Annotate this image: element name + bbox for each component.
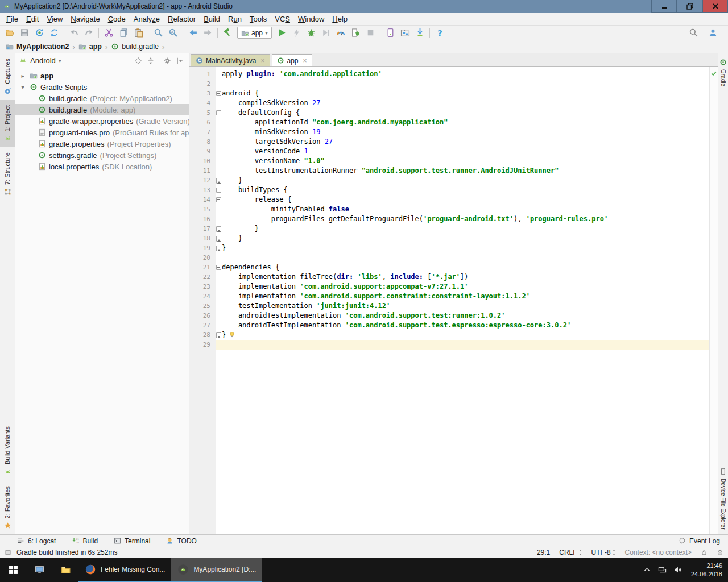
chevron-down-icon[interactable]: ▾ (19, 84, 27, 90)
editor-tab-mainactivity-java[interactable]: CMainActivity.java× (191, 54, 270, 66)
debug-button[interactable] (304, 26, 318, 40)
tree-item-local-properties-sdk-location[interactable]: local.properties(SDK Location) (15, 161, 189, 172)
code-line-25[interactable]: 25 testImplementation 'junit:junit:4.12' (189, 301, 718, 311)
highlighting-level-icon[interactable] (717, 549, 723, 556)
user-button[interactable] (705, 26, 720, 40)
find-in-path-button[interactable]: A (166, 26, 180, 40)
redo-button[interactable] (81, 26, 96, 40)
tree-item-app[interactable]: ▸app (15, 70, 189, 81)
code-line-28[interactable]: 28} (189, 330, 718, 340)
code-line-1[interactable]: 1apply plugin: 'com.android.application' (189, 69, 718, 79)
tray-up-icon[interactable] (639, 566, 655, 574)
stop-button[interactable] (363, 26, 378, 40)
forward-button[interactable] (200, 26, 215, 40)
code-line-22[interactable]: 22 implementation fileTree(dir: 'libs', … (189, 272, 718, 282)
start-button[interactable] (0, 558, 26, 582)
code-editor[interactable]: 1apply plugin: 'com.android.application'… (189, 67, 718, 534)
menu-help[interactable]: Help (328, 14, 351, 24)
inspection-ok-icon[interactable] (710, 70, 717, 77)
refresh-button[interactable] (47, 26, 61, 40)
coverage-button[interactable] (318, 26, 333, 40)
fold-marker-icon[interactable] (216, 176, 222, 185)
attach-debugger-button[interactable] (348, 26, 363, 40)
fold-marker-icon[interactable] (216, 185, 222, 195)
fold-marker-icon[interactable] (216, 330, 222, 340)
code-line-19[interactable]: 19} (189, 243, 718, 253)
code-line-4[interactable]: 4 compileSdkVersion 27 (189, 98, 718, 108)
toolwindow-button-event-log[interactable]: Event Log (679, 537, 720, 545)
toolwindow-button-terminal[interactable]: Terminal (114, 537, 150, 545)
hide-panel-button[interactable] (174, 55, 185, 66)
code-line-23[interactable]: 23 implementation 'com.android.support:a… (189, 282, 718, 292)
toolwindow-button-6-logcat[interactable]: 6: Logcat (17, 537, 56, 545)
tree-item-gradle-properties-project-properties[interactable]: gradle.properties(Project Properties) (15, 138, 189, 149)
sync-gradle-button[interactable] (32, 26, 47, 40)
caret-position[interactable]: 29:1 (537, 548, 550, 556)
menu-window[interactable]: Window (294, 14, 328, 24)
make-button[interactable] (220, 26, 235, 40)
code-line-14[interactable]: 14 release { (189, 195, 718, 205)
run-button[interactable] (274, 26, 289, 40)
menu-tools[interactable]: Tools (246, 14, 271, 24)
breadcrumb-item-build-gradle[interactable]: build.gradle (110, 43, 160, 51)
menu-file[interactable]: File (2, 14, 22, 24)
fold-marker-icon[interactable] (216, 234, 222, 243)
tree-item-build-gradle-module-app[interactable]: build.gradle(Module: app) (15, 104, 189, 115)
fold-marker-icon[interactable] (216, 195, 222, 205)
editor-tab-app[interactable]: app× (272, 54, 312, 66)
help-button[interactable]: ? (432, 26, 447, 40)
code-line-20[interactable]: 20 (189, 253, 718, 263)
collapse-all-button[interactable] (145, 55, 156, 66)
toolwindow-button-build[interactable]: 0110Build (72, 537, 98, 545)
sdk-manager-button[interactable] (398, 26, 412, 40)
task-view-button[interactable] (26, 558, 52, 582)
taskbar-clock[interactable]: 21:4624.06.2018 (685, 562, 728, 579)
toolwindow-toggle-icon[interactable] (5, 549, 11, 556)
chevron-down-icon[interactable]: ▾ (59, 57, 61, 64)
code-line-13[interactable]: 13 buildTypes { (189, 185, 718, 195)
menu-view[interactable]: View (43, 14, 67, 24)
line-ending-selector[interactable]: CRLF (559, 548, 582, 556)
cut-button[interactable] (101, 26, 116, 40)
tool-window-tab-build-variants[interactable]: Build Variants (0, 421, 15, 480)
close-tab-icon[interactable]: × (260, 57, 264, 64)
tool-window-tab-1-project[interactable]: 1: Project (0, 100, 15, 147)
restore-button[interactable] (677, 0, 702, 13)
find-button[interactable] (151, 26, 166, 40)
fold-marker-icon[interactable] (216, 263, 222, 272)
code-line-17[interactable]: 17 } (189, 224, 718, 234)
code-line-2[interactable]: 2 (189, 79, 718, 89)
android-studio-taskbar-button[interactable]: MyApplication2 [D:... (171, 558, 262, 582)
menu-run[interactable]: Run (224, 14, 246, 24)
code-line-9[interactable]: 9 versionCode 1 (189, 147, 718, 156)
breadcrumb-item-myapplication2[interactable]: MyApplication2 (5, 43, 70, 51)
avd-manager-button[interactable] (383, 26, 398, 40)
apply-changes-button[interactable] (289, 26, 304, 40)
back-button[interactable] (185, 26, 200, 40)
context-indicator[interactable]: Context: <no context> (625, 548, 692, 556)
tree-item-build-gradle-project-myapplication2[interactable]: build.gradle(Project: MyApplication2) (15, 93, 189, 104)
undo-button[interactable] (67, 26, 81, 40)
profiler-button[interactable] (333, 26, 348, 40)
code-line-21[interactable]: 21dependencies { (189, 263, 718, 272)
locate-button[interactable] (133, 55, 144, 66)
tree-item-gradle-scripts[interactable]: ▾Gradle Scripts (15, 81, 189, 93)
lock-icon[interactable] (701, 549, 708, 556)
code-line-24[interactable]: 24 implementation 'com.android.support.c… (189, 292, 718, 301)
project-view-selector[interactable]: Android (30, 56, 56, 65)
file-explorer-button[interactable] (52, 558, 78, 582)
menu-navigate[interactable]: Navigate (67, 14, 104, 24)
menu-code[interactable]: Code (104, 14, 130, 24)
chevron-right-icon[interactable]: ▸ (19, 73, 27, 79)
fold-marker-icon[interactable] (216, 224, 222, 234)
tree-item-gradle-wrapper-properties-gradle-version[interactable]: gradle-wrapper.properties(Gradle Version… (15, 115, 189, 127)
breadcrumb-item-app[interactable]: app (77, 43, 103, 51)
copy-button[interactable] (116, 26, 131, 40)
code-line-8[interactable]: 8 targetSdkVersion 27 (189, 137, 718, 147)
code-line-12[interactable]: 12 } (189, 176, 718, 185)
tool-window-tab-2-favorites[interactable]: 2: Favorites (0, 481, 15, 534)
code-line-7[interactable]: 7 minSdkVersion 19 (189, 127, 718, 137)
tree-item-proguard-rules-pro-proguard-rules-for-app[interactable]: proguard-rules.pro(ProGuard Rules for ap… (15, 127, 189, 138)
search-button[interactable] (686, 26, 701, 40)
open-button[interactable] (2, 26, 17, 40)
